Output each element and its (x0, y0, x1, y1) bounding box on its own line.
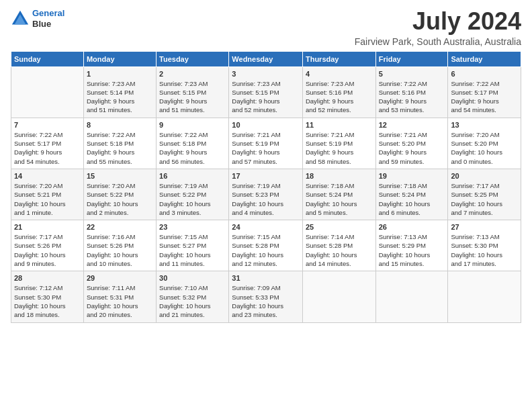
calendar-cell: 3Sunrise: 7:23 AM Sunset: 5:15 PM Daylig… (229, 66, 303, 118)
day-info: Sunrise: 7:23 AM Sunset: 5:15 PM Dayligh… (232, 79, 300, 115)
header-day: Thursday (302, 51, 375, 66)
day-info: Sunrise: 7:13 AM Sunset: 5:29 PM Dayligh… (379, 232, 445, 268)
calendar-cell: 28Sunrise: 7:12 AM Sunset: 5:30 PM Dayli… (11, 271, 84, 322)
day-info: Sunrise: 7:17 AM Sunset: 5:26 PM Dayligh… (14, 232, 81, 268)
calendar-cell: 19Sunrise: 7:18 AM Sunset: 5:24 PM Dayli… (375, 169, 448, 220)
day-number: 25 (306, 223, 373, 231)
calendar-cell: 30Sunrise: 7:10 AM Sunset: 5:32 PM Dayli… (157, 271, 229, 322)
day-number: 3 (232, 70, 300, 78)
calendar-cell: 10Sunrise: 7:21 AM Sunset: 5:19 PM Dayli… (229, 118, 303, 169)
calendar-cell: 27Sunrise: 7:13 AM Sunset: 5:30 PM Dayli… (448, 220, 521, 271)
day-info: Sunrise: 7:23 AM Sunset: 5:15 PM Dayligh… (159, 79, 226, 115)
calendar-cell: 24Sunrise: 7:15 AM Sunset: 5:28 PM Dayli… (229, 220, 303, 271)
day-number: 17 (232, 172, 300, 180)
day-number: 29 (87, 274, 153, 282)
day-number: 11 (306, 121, 373, 129)
day-number: 30 (159, 274, 226, 282)
header-day: Saturday (448, 51, 521, 66)
day-number: 31 (232, 274, 300, 282)
calendar-cell (375, 271, 448, 322)
day-info: Sunrise: 7:09 AM Sunset: 5:33 PM Dayligh… (232, 283, 300, 319)
calendar-cell: 13Sunrise: 7:20 AM Sunset: 5:20 PM Dayli… (448, 118, 521, 169)
day-number: 24 (232, 223, 300, 231)
logo-text: General Blue (32, 8, 64, 29)
day-number: 16 (159, 172, 226, 180)
day-number: 7 (14, 121, 81, 129)
day-number: 27 (451, 223, 518, 231)
day-number: 8 (87, 121, 153, 129)
main-title: July 2024 (355, 8, 521, 35)
calendar-cell: 11Sunrise: 7:21 AM Sunset: 5:19 PM Dayli… (302, 118, 375, 169)
day-info: Sunrise: 7:19 AM Sunset: 5:23 PM Dayligh… (232, 181, 300, 217)
day-info: Sunrise: 7:19 AM Sunset: 5:22 PM Dayligh… (159, 181, 226, 217)
day-number: 5 (379, 70, 445, 78)
day-info: Sunrise: 7:13 AM Sunset: 5:30 PM Dayligh… (451, 232, 518, 268)
day-number: 14 (14, 172, 81, 180)
day-number: 23 (159, 223, 226, 231)
calendar-cell: 25Sunrise: 7:14 AM Sunset: 5:28 PM Dayli… (302, 220, 375, 271)
calendar-cell: 8Sunrise: 7:22 AM Sunset: 5:18 PM Daylig… (83, 118, 156, 169)
calendar-cell: 29Sunrise: 7:11 AM Sunset: 5:31 PM Dayli… (83, 271, 156, 322)
calendar-cell (11, 66, 84, 118)
page: General Blue July 2024 Fairview Park, So… (0, 0, 532, 411)
day-info: Sunrise: 7:14 AM Sunset: 5:28 PM Dayligh… (306, 232, 373, 268)
calendar-cell: 12Sunrise: 7:21 AM Sunset: 5:20 PM Dayli… (375, 118, 448, 169)
day-info: Sunrise: 7:16 AM Sunset: 5:26 PM Dayligh… (87, 232, 153, 268)
day-number: 4 (306, 70, 373, 78)
calendar-cell (302, 271, 375, 322)
day-info: Sunrise: 7:23 AM Sunset: 5:14 PM Dayligh… (87, 79, 153, 115)
header-day: Tuesday (157, 51, 229, 66)
week-row: 7Sunrise: 7:22 AM Sunset: 5:17 PM Daylig… (11, 118, 521, 169)
day-info: Sunrise: 7:12 AM Sunset: 5:30 PM Dayligh… (14, 283, 81, 319)
day-info: Sunrise: 7:17 AM Sunset: 5:25 PM Dayligh… (451, 181, 518, 217)
day-info: Sunrise: 7:11 AM Sunset: 5:31 PM Dayligh… (87, 283, 153, 319)
day-number: 6 (451, 70, 518, 78)
calendar-cell: 21Sunrise: 7:17 AM Sunset: 5:26 PM Dayli… (11, 220, 84, 271)
logo-icon (11, 9, 30, 28)
header-day: Monday (83, 51, 156, 66)
calendar-cell: 1Sunrise: 7:23 AM Sunset: 5:14 PM Daylig… (83, 66, 156, 118)
day-number: 15 (87, 172, 153, 180)
week-row: 1Sunrise: 7:23 AM Sunset: 5:14 PM Daylig… (11, 66, 521, 118)
day-number: 19 (379, 172, 445, 180)
calendar-cell (448, 271, 521, 322)
day-info: Sunrise: 7:20 AM Sunset: 5:20 PM Dayligh… (451, 130, 518, 166)
day-number: 18 (306, 172, 373, 180)
calendar-cell: 2Sunrise: 7:23 AM Sunset: 5:15 PM Daylig… (157, 66, 229, 118)
logo: General Blue (11, 8, 64, 29)
calendar-cell: 16Sunrise: 7:19 AM Sunset: 5:22 PM Dayli… (157, 169, 229, 220)
day-info: Sunrise: 7:22 AM Sunset: 5:16 PM Dayligh… (379, 79, 445, 115)
day-info: Sunrise: 7:20 AM Sunset: 5:22 PM Dayligh… (87, 181, 153, 217)
day-number: 21 (14, 223, 81, 231)
calendar-table: SundayMondayTuesdayWednesdayThursdayFrid… (11, 51, 521, 323)
logo-line1: General (32, 8, 64, 18)
day-number: 10 (232, 121, 300, 129)
day-number: 28 (14, 274, 81, 282)
calendar-cell: 31Sunrise: 7:09 AM Sunset: 5:33 PM Dayli… (229, 271, 303, 322)
day-number: 20 (451, 172, 518, 180)
day-info: Sunrise: 7:18 AM Sunset: 5:24 PM Dayligh… (379, 181, 445, 217)
day-number: 1 (87, 70, 153, 78)
calendar-cell: 15Sunrise: 7:20 AM Sunset: 5:22 PM Dayli… (83, 169, 156, 220)
header-day: Friday (375, 51, 448, 66)
day-info: Sunrise: 7:20 AM Sunset: 5:21 PM Dayligh… (14, 181, 81, 217)
logo-line2: Blue (32, 19, 64, 30)
calendar-cell: 23Sunrise: 7:15 AM Sunset: 5:27 PM Dayli… (157, 220, 229, 271)
day-number: 22 (87, 223, 153, 231)
calendar-cell: 17Sunrise: 7:19 AM Sunset: 5:23 PM Dayli… (229, 169, 303, 220)
calendar-cell: 4Sunrise: 7:23 AM Sunset: 5:16 PM Daylig… (302, 66, 375, 118)
day-number: 9 (159, 121, 226, 129)
day-info: Sunrise: 7:22 AM Sunset: 5:18 PM Dayligh… (159, 130, 226, 166)
calendar-cell: 20Sunrise: 7:17 AM Sunset: 5:25 PM Dayli… (448, 169, 521, 220)
day-info: Sunrise: 7:18 AM Sunset: 5:24 PM Dayligh… (306, 181, 373, 217)
day-info: Sunrise: 7:22 AM Sunset: 5:17 PM Dayligh… (451, 79, 518, 115)
header-day: Wednesday (229, 51, 303, 66)
day-info: Sunrise: 7:22 AM Sunset: 5:17 PM Dayligh… (14, 130, 81, 166)
week-row: 14Sunrise: 7:20 AM Sunset: 5:21 PM Dayli… (11, 169, 521, 220)
day-number: 26 (379, 223, 445, 231)
calendar-cell: 7Sunrise: 7:22 AM Sunset: 5:17 PM Daylig… (11, 118, 84, 169)
calendar-cell: 14Sunrise: 7:20 AM Sunset: 5:21 PM Dayli… (11, 169, 84, 220)
day-number: 13 (451, 121, 518, 129)
title-block: July 2024 Fairview Park, South Australia… (355, 8, 521, 47)
calendar-cell: 26Sunrise: 7:13 AM Sunset: 5:29 PM Dayli… (375, 220, 448, 271)
